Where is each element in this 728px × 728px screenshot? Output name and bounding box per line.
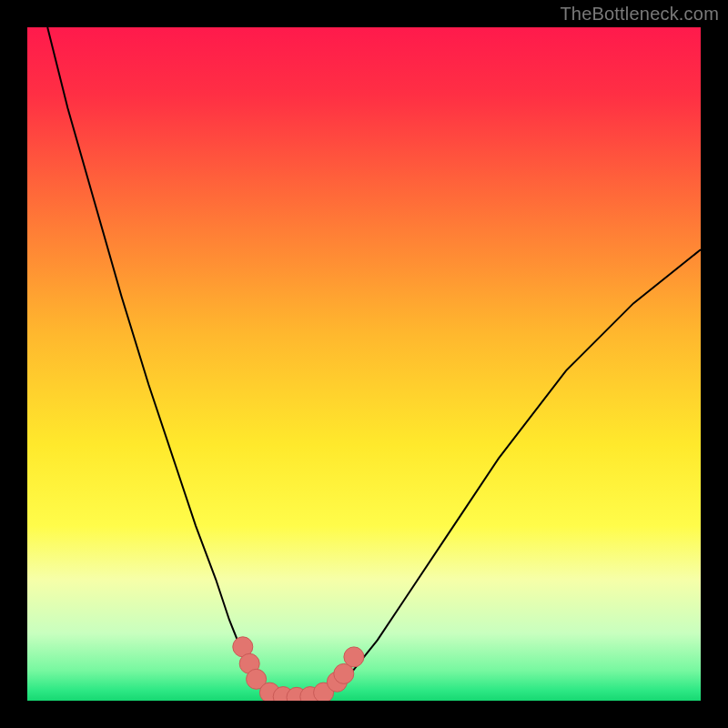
plot-area: [27, 27, 701, 701]
watermark-text: TheBottleneck.com: [560, 4, 719, 25]
curve-marker: [344, 647, 364, 667]
curve-layer: [27, 27, 701, 701]
marker-group: [233, 637, 364, 701]
chart-stage: TheBottleneck.com: [0, 0, 728, 728]
bottleneck-curve: [47, 27, 701, 700]
